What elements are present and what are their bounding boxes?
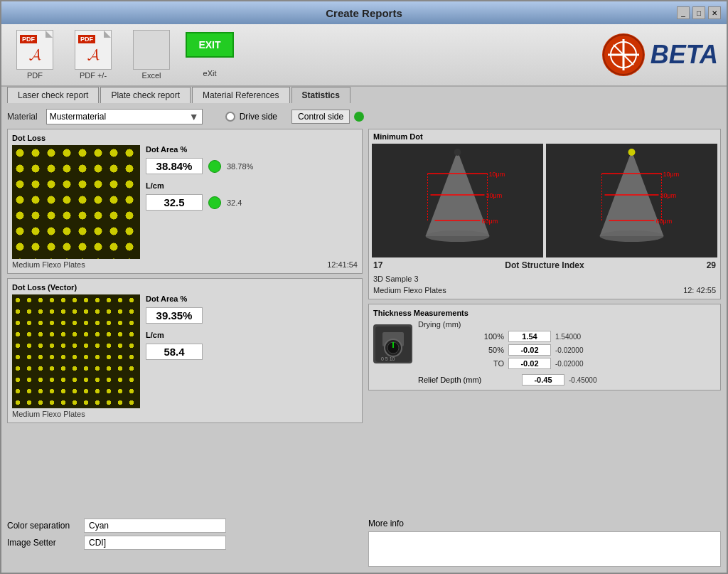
relief-label: Relief Depth (mm) <box>418 376 518 384</box>
content-row: Dot Loss Dot Area % 38.84% 38.78% <box>7 129 721 514</box>
color-sep-input[interactable] <box>84 519 226 533</box>
pdf-icon: PDF 𝓐 <box>16 30 53 70</box>
min-dot-plate-label: Medium Flexo Plates <box>372 285 448 296</box>
image-setter-row: Image Setter <box>7 536 363 550</box>
window-controls: _ □ ✕ <box>677 6 721 19</box>
lcm-vec-row: 58.4 <box>146 344 358 360</box>
gauge-icon: 0 5 10 <box>373 324 412 363</box>
pdf-plus-badge: PDF <box>78 35 95 43</box>
image-setter-input[interactable] <box>84 536 226 550</box>
min-dot-left-image: 10μm 30μm 60μm <box>372 144 543 257</box>
min-dot-right-image: 10μm 30μm 60μm <box>546 144 717 257</box>
dot-loss-bottom: Medium Flexo Plates 12:41:54 <box>12 259 358 269</box>
thickness-title: Thickness Measurements <box>373 309 716 317</box>
pdf-plus-label: PDF +/- <box>80 71 107 80</box>
dot-area-label: Dot Area % <box>146 145 358 154</box>
dot-pattern-small <box>12 294 140 408</box>
restore-button[interactable]: □ <box>692 6 705 19</box>
min-dot-timestamp: 12: 42:55 <box>682 285 717 296</box>
dropdown-arrow-icon: ▼ <box>189 111 199 122</box>
val-2: -0.02 <box>508 358 551 369</box>
beta-logo: BETA <box>602 33 718 76</box>
tab-laser[interactable]: Laser check report <box>7 87 99 103</box>
main-window: Create Reports _ □ ✕ PDF 𝓐 PDF PDF 𝓐 PDF… <box>0 0 728 574</box>
dot-metrics: Dot Area % 38.84% 38.78% L/cm 32.5 32.4 <box>146 145 358 259</box>
dot-area-vec-value: 39.35% <box>146 307 203 324</box>
dot-loss-vector-title: Dot Loss (Vector) <box>12 283 358 292</box>
pdf-plus-icon: PDF 𝓐 <box>75 30 112 70</box>
dot-loss-vec-plate-label: Medium Flexo Plates <box>12 410 85 418</box>
color-sep-row: Color separation <box>7 519 363 533</box>
dot-loss-inner: Dot Area % 38.84% 38.78% L/cm 32.5 32.4 <box>12 145 358 259</box>
dot-structure-row: 17 Dot Structure Index 29 <box>372 257 717 273</box>
thickness-rows: Drying (mm) 100% 1.54 1.54000 50% <box>418 320 716 386</box>
material-row: Material Mustermaterial ▼ Drive side Con… <box>7 109 721 124</box>
thickness-section: Thickness Measurements 0 5 10 <box>368 304 721 390</box>
svg-text:30μm: 30μm <box>486 192 503 199</box>
tab-plate[interactable]: Plate check report <box>100 87 191 103</box>
pct-1: 50% <box>479 346 504 354</box>
more-info-box[interactable] <box>368 531 721 567</box>
exit-button-group[interactable]: EXIT eXit <box>185 32 235 78</box>
tab-statistics[interactable]: Statistics <box>291 87 350 103</box>
lcm-ref: 32.4 <box>227 198 242 207</box>
material-label: Material <box>7 112 38 122</box>
lcm-indicator <box>208 196 221 209</box>
dot-loss-vector-inner: Dot Area % 39.35% L/cm 58.4 <box>12 294 358 408</box>
full-0: 1.54000 <box>555 333 605 341</box>
relief-row: Relief Depth (mm) -0.45 -0.45000 <box>418 374 716 386</box>
close-button[interactable]: ✕ <box>708 6 721 19</box>
control-side-radio[interactable] <box>354 112 364 122</box>
dot-loss-section: Dot Loss Dot Area % 38.84% 38.78% <box>7 129 363 274</box>
pct-0: 100% <box>479 332 504 341</box>
lcm-label: L/cm <box>146 181 358 190</box>
title-bar: Create Reports _ □ ✕ <box>1 1 727 24</box>
dot-pattern <box>12 145 140 259</box>
beta-circle-icon <box>602 33 645 76</box>
exit-button[interactable]: EXIT <box>186 32 233 58</box>
svg-text:30μm: 30μm <box>660 192 677 199</box>
svg-text:10μm: 10μm <box>489 171 505 178</box>
svg-point-19 <box>600 230 664 242</box>
minimum-dot-section: Minimum Dot <box>368 129 721 299</box>
svg-text:10μm: 10μm <box>663 171 680 178</box>
left-fields: Color separation Image Setter <box>7 519 363 550</box>
drying-label-row: Drying (mm) <box>418 320 716 329</box>
dot-structure-label: Dot Structure Index <box>505 260 584 270</box>
svg-point-7 <box>426 230 490 242</box>
gauge-svg: 0 5 10 <box>375 326 411 362</box>
more-info-label: More info <box>368 519 721 528</box>
tab-material[interactable]: Material References <box>192 87 289 103</box>
svg-point-8 <box>454 149 461 156</box>
dot-loss-timestamp: 12:41:54 <box>327 260 358 269</box>
right-fields: More info <box>368 519 721 567</box>
svg-text:60μm: 60μm <box>656 218 673 225</box>
dot-area-vec-label: Dot Area % <box>146 294 358 303</box>
minimize-button[interactable]: _ <box>677 6 690 19</box>
drying-label: Drying (mm) <box>418 320 475 329</box>
beta-emblem-svg <box>602 33 645 76</box>
pdf-button[interactable]: PDF 𝓐 PDF <box>10 30 60 80</box>
acrobat-plus-icon: 𝓐 <box>87 46 100 64</box>
relief-value: -0.45 <box>522 374 564 386</box>
min-dot-images: 10μm 30μm 60μm <box>372 144 717 257</box>
dot-area-ref: 38.78% <box>227 162 253 171</box>
window-title: Create Reports <box>326 7 402 19</box>
drive-side-radio[interactable] <box>225 112 235 122</box>
bottom-fields: Color separation Image Setter More info <box>7 519 721 567</box>
image-setter-label: Image Setter <box>7 538 78 548</box>
tabs-bar: Laser check report Plate check report Ma… <box>1 87 727 103</box>
excel-label: Excel <box>142 71 161 80</box>
pdf-plus-button[interactable]: PDF 𝓐 PDF +/- <box>68 30 118 80</box>
excel-icon <box>133 30 170 70</box>
dot-area-row: 38.84% 38.78% <box>146 158 358 174</box>
left-cone-svg: 10μm 30μm 60μm <box>372 144 543 257</box>
color-sep-label: Color separation <box>7 521 78 531</box>
pct-2: TO <box>479 359 504 368</box>
pdf-label: PDF <box>27 71 43 80</box>
excel-button[interactable]: Excel <box>127 30 176 80</box>
right-cone-svg: 10μm 30μm 60μm <box>546 144 717 257</box>
material-dropdown[interactable]: Mustermaterial ▼ <box>46 109 203 124</box>
dot-loss-title: Dot Loss <box>12 134 358 142</box>
toolbar: PDF 𝓐 PDF PDF 𝓐 PDF +/- Excel EXIT eXit <box>1 24 727 87</box>
